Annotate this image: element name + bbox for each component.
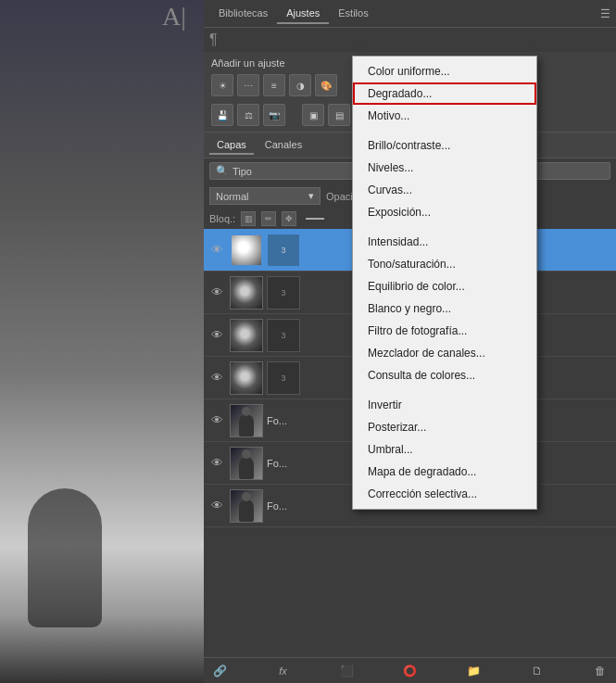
menu-item-18[interactable]: Corrección selectiva... (353, 483, 536, 505)
ajuste-icon-balance[interactable]: ⚖ (237, 104, 259, 126)
layer-mask-thumb: 3 (267, 361, 300, 395)
blend-mode-dropdown[interactable]: Normal ▾ (209, 187, 321, 205)
eye-visibility-icon[interactable]: 👁 (207, 284, 226, 302)
ajuste-icon-brightness[interactable]: ☀ (211, 74, 233, 96)
eye-visibility-icon[interactable]: 👁 (207, 497, 226, 515)
ajuste-icon-save[interactable]: 💾 (211, 104, 233, 126)
new-layer-button[interactable]: 🗋 (527, 661, 547, 681)
ajuste-icon-color[interactable]: 🎨 (315, 74, 337, 96)
ajuste-icon-hue[interactable]: ◑ (289, 74, 311, 96)
top-tabs: Bibliotecas Ajustes Estilos ☰ (204, 0, 616, 28)
menu-separator (353, 223, 536, 231)
para-symbol: ¶ (204, 28, 616, 52)
menu-item-8[interactable]: Tono/saturación... (353, 253, 536, 275)
ajuste-icon-curves[interactable]: ⋯ (237, 74, 259, 96)
lock-label: Bloq.: (209, 213, 235, 224)
menu-item-2[interactable]: Motivo... (353, 105, 536, 127)
menu-separator (353, 127, 536, 134)
eye-visibility-icon[interactable]: 👁 (207, 411, 226, 430)
layer-thumbnail (230, 276, 263, 310)
layer-thumbnail (230, 319, 263, 352)
eye-visibility-icon[interactable]: 👁 (207, 369, 226, 387)
menu-item-17[interactable]: Mapa de degradado... (353, 461, 536, 483)
mask-button[interactable]: ⭕ (400, 661, 421, 681)
delete-layer-button[interactable]: 🗑 (590, 661, 610, 681)
menu-item-15[interactable]: Posterizar... (353, 416, 536, 438)
dropdown-menu: Color uniforme...Degradado...Motivo...Br… (352, 56, 537, 510)
ajuste-icon-photo[interactable]: 📷 (263, 104, 285, 126)
menu-separator (353, 386, 536, 394)
chevron-down-icon: ▾ (308, 190, 314, 202)
tool-letter-a: A| (162, 2, 186, 32)
menu-item-13[interactable]: Consulta de colores... (353, 364, 536, 386)
ajuste-icon-levels[interactable]: ≡ (263, 74, 285, 96)
layer-thumbnail (230, 447, 263, 480)
tab-capas[interactable]: Capas (209, 136, 254, 155)
layer-thumbnail (230, 404, 263, 437)
photo-area (0, 0, 204, 683)
layer-thumbnail (230, 234, 263, 267)
menu-item-16[interactable]: Umbral... (353, 438, 536, 461)
tab-estilos[interactable]: Estilos (329, 4, 377, 24)
menu-item-12[interactable]: Mezclador de canales... (353, 342, 536, 364)
fill-bar (306, 218, 324, 220)
tab-bibliotecas[interactable]: Bibliotecas (209, 4, 277, 24)
ajuste-icon-gradient2[interactable]: ▤ (328, 104, 350, 126)
eye-visibility-icon[interactable]: 👁 (207, 241, 226, 259)
menu-item-3[interactable]: Brillo/contraste... (353, 134, 536, 157)
search-icon: 🔍 (216, 165, 229, 177)
menu-item-6[interactable]: Exposición... (353, 201, 536, 223)
eye-visibility-icon[interactable]: 👁 (207, 454, 226, 473)
menu-item-4[interactable]: Niveles... (353, 157, 536, 179)
menu-item-7[interactable]: Intensidad... (353, 231, 536, 253)
layer-mask-thumb: 3 (267, 234, 300, 267)
menu-item-1[interactable]: Degradado... (353, 82, 536, 105)
tab-canales[interactable]: Canales (258, 136, 309, 155)
panel-menu-icon[interactable]: ☰ (600, 7, 610, 20)
blend-mode-value: Normal (216, 191, 248, 202)
lock-checkerboard-icon[interactable]: ▥ (241, 211, 256, 226)
menu-item-11[interactable]: Filtro de fotografía... (353, 320, 536, 342)
folder-button[interactable]: 📁 (463, 661, 484, 681)
search-label: Tipo (233, 166, 252, 177)
menu-item-9[interactable]: Equilibrio de color... (353, 275, 536, 297)
layer-thumbnail (230, 489, 263, 523)
menu-item-0[interactable]: Color uniforme... (353, 60, 536, 82)
layer-mask-thumb: 3 (267, 319, 300, 352)
layer-mask-thumb: 3 (267, 276, 300, 310)
eye-visibility-icon[interactable]: 👁 (207, 326, 226, 345)
lock-move-icon[interactable]: ✥ (282, 211, 296, 226)
menu-item-10[interactable]: Blanco y negro... (353, 297, 536, 320)
menu-item-14[interactable]: Invertir (353, 394, 536, 416)
layers-toolbar: 🔗 fx ⬛ ⭕ 📁 🗋 🗑 (204, 657, 616, 683)
ajuste-icon-mask[interactable]: ▣ (302, 104, 324, 126)
menu-item-5[interactable]: Curvas... (353, 179, 536, 201)
layer-thumbnail (230, 361, 263, 395)
lock-brush-icon[interactable]: ✏ (261, 211, 276, 226)
fill-button[interactable]: ⬛ (336, 661, 357, 681)
link-button[interactable]: 🔗 (209, 661, 230, 681)
fx-button[interactable]: fx (273, 661, 294, 681)
tab-ajustes[interactable]: Ajustes (277, 4, 329, 24)
